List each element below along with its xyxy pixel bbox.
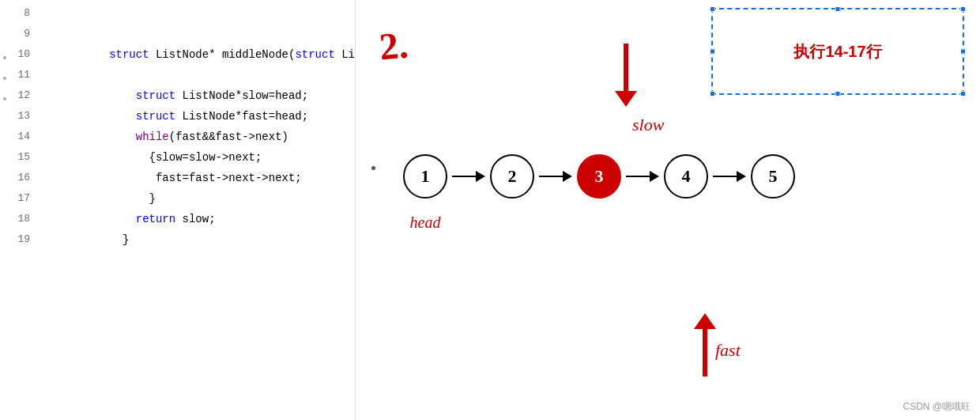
slow-label: slow bbox=[632, 115, 664, 135]
small-dot bbox=[371, 166, 375, 170]
head-label: head bbox=[403, 214, 447, 232]
fast-label: fast bbox=[715, 340, 741, 361]
fast-arrow-head bbox=[694, 313, 716, 329]
arrow-3-4 bbox=[626, 171, 659, 182]
code-line-10: 10 struct ListNode* middleNode(struct Li bbox=[9, 44, 355, 65]
code-panel: 8 9 10 struct ListNode* middleNode(struc… bbox=[0, 0, 356, 420]
node-2: 2 bbox=[490, 154, 534, 199]
resize-handle-bl bbox=[710, 91, 715, 96]
node-5: 5 bbox=[751, 154, 795, 199]
slow-arrow-head bbox=[615, 91, 637, 107]
code-line-8: 8 bbox=[9, 3, 355, 24]
node-3: 3 bbox=[577, 154, 621, 199]
resize-handle-tl bbox=[710, 6, 715, 12]
resize-handle-tr bbox=[960, 6, 966, 12]
annotation-box: 执行14-17行 bbox=[711, 8, 964, 95]
dots-column bbox=[0, 0, 9, 253]
fast-arrow bbox=[694, 313, 716, 376]
node-1: 1 bbox=[403, 154, 447, 199]
resize-handle-mr bbox=[960, 49, 966, 55]
resize-handle-tm bbox=[835, 6, 841, 12]
arrow-2-3 bbox=[539, 171, 572, 182]
annotation-label: 执行14-17行 bbox=[793, 41, 881, 62]
slow-arrow bbox=[615, 44, 637, 107]
arrow-4-5 bbox=[713, 171, 746, 182]
linked-list: 1 2 3 4 5 bbox=[403, 154, 795, 199]
resize-handle-bm bbox=[835, 91, 841, 96]
resize-handle-br bbox=[960, 91, 966, 96]
resize-handle-ml bbox=[710, 49, 715, 55]
code-line-19: 19 } bbox=[9, 229, 355, 250]
handwriting-label: 2. bbox=[378, 23, 410, 69]
node-4: 4 bbox=[664, 154, 708, 199]
watermark: CSDN @嗯哦旺 bbox=[903, 400, 971, 414]
slow-arrow-shaft bbox=[624, 44, 628, 91]
fast-arrow-shaft bbox=[703, 329, 707, 376]
arrow-1-2 bbox=[452, 171, 485, 182]
code-lines: 8 9 10 struct ListNode* middleNode(struc… bbox=[9, 0, 355, 253]
diagram-panel: 2. 执行14-17行 slow fast 1 2 bbox=[356, 0, 980, 420]
